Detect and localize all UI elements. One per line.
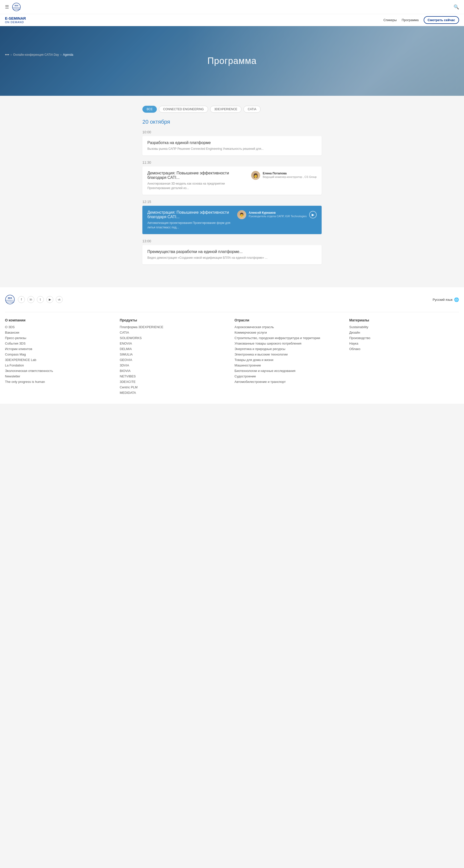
footer-col-company: О компании О 3DS Вакансии Пресс-релизы С… (5, 318, 115, 396)
footer-link-o3ds[interactable]: О 3DS (5, 325, 115, 329)
time-label-3: 12:15 (142, 200, 322, 204)
breadcrumb-parent[interactable]: Онлайн-конференция CATIA Day (13, 53, 59, 57)
speaker-avatar-2: 👩 (251, 171, 260, 180)
footer-link-eco[interactable]: Экологическая ответственность (5, 369, 115, 373)
linkedin-icon[interactable]: in (27, 296, 34, 303)
youtube-icon[interactable]: ▶ (46, 296, 53, 303)
footer-lang-label: Русский язык (433, 298, 453, 302)
footer-col-industries: Отрасли Аэрокосмическая отрасль Коммерче… (234, 318, 344, 396)
breadcrumb-dots: ••• (5, 53, 9, 57)
footer-language-selector[interactable]: Русский язык 🌐 (433, 297, 459, 302)
hero-section: ••• › Онлайн-конференция CATIA Day › Age… (0, 26, 464, 96)
footer-link-newsletter[interactable]: Newsletter (5, 374, 115, 378)
speaker-info-2: Елена Потапова Ведущий инженер-конструкт… (263, 172, 317, 179)
session-card-3[interactable]: Демонстрация: Повышение эффективности бл… (142, 206, 322, 234)
eseminar-line1: E-SEMINAR (5, 17, 26, 21)
session-desc-1: Вызовы рынка САПР Решение Connected Engi… (147, 147, 317, 151)
facebook-icon[interactable]: f (18, 296, 25, 303)
search-icon[interactable]: 🔍 (454, 4, 459, 10)
footer-link-stories[interactable]: Истории клиентов (5, 347, 115, 351)
session-desc-4: Видео демонстрация «Создание новой модиф… (147, 255, 317, 260)
footer-link-fondation[interactable]: La Fondation (5, 364, 115, 367)
footer-link-progress[interactable]: The only progress is human (5, 380, 115, 383)
speaker-avatar-3: 👨 (237, 210, 246, 219)
filter-tab-catia[interactable]: CATIA (243, 106, 260, 113)
footer-link-energy[interactable]: Энергетика и природные ресурсы (234, 347, 344, 351)
filter-tab-connected-engineering[interactable]: CONNECTED ENGINEERING (159, 106, 208, 113)
footer-link-medidata[interactable]: MEDIDATA (120, 391, 230, 395)
session-title-4: Преимущества разработки на единой платфо… (147, 250, 317, 254)
session-card-2-right: 👩 Елена Потапова Ведущий инженер-констру… (247, 171, 317, 180)
footer-link-biovia[interactable]: BIOVIA (120, 369, 230, 373)
footer-link-shipbuilding[interactable]: Судостроение (234, 374, 344, 378)
breadcrumb-chevron2-icon: › (60, 53, 61, 57)
footer-link-compass[interactable]: Compass Mag (5, 352, 115, 356)
footer-link-3dexp-lab[interactable]: 3DEXPERIENCE Lab (5, 358, 115, 362)
header-nav: Спикеры Программа Смотреть сейчас (383, 16, 459, 24)
footer-link-events[interactable]: События 3DS (5, 342, 115, 345)
session-title-3: Демонстрация: Повышение эффективности бл… (147, 210, 233, 219)
footer-link-construction[interactable]: Строительство, городская инфраструктура … (234, 336, 344, 340)
footer-link-science[interactable]: Наука (349, 342, 459, 345)
footer-link-delmia[interactable]: DELMIA (120, 347, 230, 351)
speaker-avatar-img-2: 👩 (251, 171, 260, 180)
footer-link-press[interactable]: Пресс-релизы (5, 336, 115, 340)
speakers-link[interactable]: Спикеры (383, 18, 397, 22)
play-button-3[interactable]: ▶ (309, 211, 317, 218)
vk-icon[interactable]: vk (56, 296, 63, 303)
footer-link-consumer[interactable]: Упакованные товары широкого потребления (234, 342, 344, 345)
footer-link-3dexp-platform[interactable]: Платформа 3DEXPERIENCE (120, 325, 230, 329)
program-link[interactable]: Программа (402, 18, 419, 22)
session-card-3-left: Демонстрация: Повышение эффективности бл… (147, 210, 233, 229)
footer-columns: О компании О 3DS Вакансии Пресс-релизы С… (5, 312, 459, 404)
footer-link-manufacturing[interactable]: Машиностроение (234, 364, 344, 367)
svg-text:SYSTÈMES: SYSTÈMES (13, 8, 21, 10)
globe-icon: 🌐 (454, 297, 459, 302)
footer-link-3dvia[interactable]: 3DVIA (120, 364, 230, 367)
footer-link-automotive[interactable]: Автомобилестроение и транспорт (234, 380, 344, 383)
speaker-name-2: Елена Потапова (263, 172, 317, 175)
speaker-role-2: Ведущий инженер-конструктор , CS Group (263, 175, 317, 179)
footer-link-solidworks[interactable]: SOLIDWORKS (120, 336, 230, 340)
footer-link-commercial[interactable]: Коммерческие услуги (234, 331, 344, 334)
svg-text:3DS: 3DS (8, 297, 12, 299)
time-slot-1: 10:00 Разработка на единой платформе Выз… (142, 130, 322, 155)
twitter-icon[interactable]: t (37, 296, 44, 303)
footer-link-electronics[interactable]: Электроника и высокие технологии (234, 352, 344, 356)
footer-social: f in t ▶ vk (18, 296, 63, 303)
footer-link-home[interactable]: Товары для дома и жизни (234, 358, 344, 362)
svg-text:3DS: 3DS (14, 4, 19, 7)
footer-link-sustainability[interactable]: Sustainability (349, 325, 459, 329)
filter-tabs: ВСЕ CONNECTED ENGINEERING 3DEXPERIENCE C… (142, 106, 322, 113)
footer-link-simulia[interactable]: SIMULIA (120, 352, 230, 356)
time-slot-4: 13:00 Преимущества разработки на единой … (142, 239, 322, 265)
filter-tab-all[interactable]: ВСЕ (142, 106, 157, 113)
footer-col-materials: Материалы Sustainability Дизайн Производ… (349, 318, 459, 396)
footer-link-centric-plm[interactable]: Centric PLM (120, 385, 230, 389)
footer-link-vacancies[interactable]: Вакансии (5, 331, 115, 334)
speaker-avatar-img-3: 👨 (237, 210, 246, 219)
footer-link-enovia[interactable]: ENOVIA (120, 342, 230, 345)
filter-tab-3dexperience[interactable]: 3DEXPERIENCE (210, 106, 242, 113)
footer-link-3dexcite[interactable]: 3DEXCITE (120, 380, 230, 383)
footer-col-materials-title: Материалы (349, 318, 459, 322)
date-heading: 20 октября (142, 119, 322, 125)
footer-link-catia[interactable]: CATIA (120, 331, 230, 334)
footer-link-netvibes[interactable]: NETVIBES (120, 374, 230, 378)
time-label-1: 10:00 (142, 130, 322, 134)
session-card-2[interactable]: Демонстрация: Повышение эффективности бл… (142, 166, 322, 195)
footer-logo-icon: 3DS DASSAULT SYSTÈMES (5, 294, 15, 305)
footer-link-cloud[interactable]: Облако (349, 347, 459, 351)
footer-link-production[interactable]: Производство (349, 336, 459, 340)
footer-link-design[interactable]: Дизайн (349, 331, 459, 334)
footer-link-aerospace[interactable]: Аэрокосмическая отрасль (234, 325, 344, 329)
session-card-4[interactable]: Преимущества разработки на единой платфо… (142, 245, 322, 265)
session-card-1[interactable]: Разработка на единой платформе Вызовы ры… (142, 136, 322, 155)
watch-now-button[interactable]: Смотреть сейчас (424, 16, 459, 24)
time-label-4: 13:00 (142, 239, 322, 243)
footer-link-biotech[interactable]: Биотехнологии и научные исследования (234, 369, 344, 373)
hamburger-icon[interactable]: ☰ (5, 4, 9, 10)
footer-link-geovia[interactable]: GEOVIA (120, 358, 230, 362)
session-card-3-right: 👨 Алексей Курнаков Руководитель отдела С… (233, 210, 317, 219)
footer-col-products: Продукты Платформа 3DEXPERIENCE CATIA SO… (120, 318, 230, 396)
